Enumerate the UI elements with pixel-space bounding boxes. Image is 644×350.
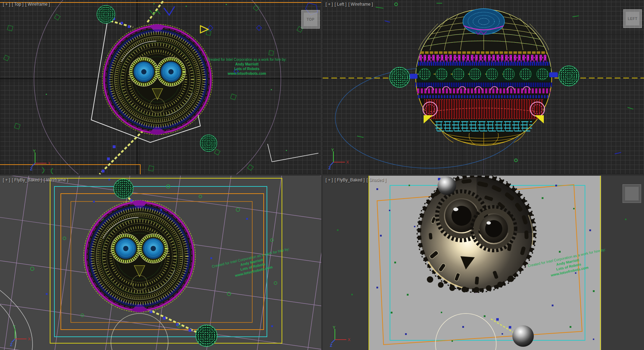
viewport-label: [ + ][ Top ][ Wireframe ]	[3, 2, 52, 7]
green-satellite-sphere-left[interactable]	[390, 67, 410, 87]
path-circle	[111, 313, 168, 350]
wireframe-owl-sphere[interactable]	[84, 200, 195, 312]
viewport-menu-pov[interactable]: [ Left ]	[335, 2, 346, 7]
green-satellite-sphere-top[interactable]	[97, 5, 115, 23]
arm-left	[410, 74, 418, 79]
viewcube-face-label: LEFT	[626, 12, 639, 25]
viewport-menu-general[interactable]: [ + ]	[3, 178, 10, 183]
viewport-menu-general[interactable]: [ + ]	[326, 2, 333, 7]
viewport-menu-shading[interactable]: [ Wireframe ]	[25, 2, 50, 7]
watermark-line: Andy Marriott	[200, 62, 293, 67]
viewport-menu-general[interactable]: [ + ]	[3, 2, 10, 7]
green-satellite-sphere-bottom[interactable]	[196, 325, 217, 346]
viewport-menu-general[interactable]: [ + ]	[326, 178, 333, 183]
green-satellite-sphere-right[interactable]	[559, 66, 579, 86]
axis-tripod	[10, 325, 31, 347]
axis-tripod	[330, 325, 351, 347]
watermark-line: Lots of Robots	[200, 67, 293, 71]
scene-left-view	[323, 0, 644, 174]
watermark-line: Created for Intel Corporation as a work …	[200, 57, 293, 62]
viewport-top[interactable]: [ + ][ Top ][ Wireframe ] Created for In…	[0, 0, 321, 174]
viewport-flyby-wireframe[interactable]: [ + ][ FlyBy_Baked ][ Wireframe ] Create…	[0, 176, 321, 350]
top-dome	[463, 9, 504, 34]
viewcube-icon[interactable]: TOP	[301, 10, 320, 29]
viewport-label: [ + ][ FlyBy_Baked ][ Wireframe ]	[3, 178, 70, 183]
viewport-label: [ + ][ Left ][ Wireframe ]	[326, 2, 375, 7]
viewport-label: [ + ][ FlyBy_Baked ][ Shaded ]	[326, 178, 388, 183]
watermark-line: www.lotsofrobots.com	[200, 71, 293, 76]
viewcube-icon[interactable]: LEFT	[623, 9, 642, 28]
viewcube-face-label: TOP	[304, 13, 317, 26]
viewcube-face-label	[625, 187, 639, 200]
shaded-satellite-sphere-top[interactable]	[438, 176, 456, 195]
viewport-menu-pov[interactable]: [ FlyBy_Baked ]	[335, 178, 365, 183]
scene-top-view	[0, 0, 321, 174]
viewport-left[interactable]: [ + ][ Left ][ Wireframe ] LEFT	[323, 0, 644, 174]
wireframe-owl-sphere[interactable]	[102, 24, 213, 135]
watermark-text: Created for Intel Corporation as a work …	[200, 57, 293, 76]
viewport-flyby-shaded[interactable]: [ + ][ FlyBy_Baked ][ Shaded ] Created f…	[323, 176, 644, 350]
axis-tripod	[30, 149, 51, 171]
viewport-menu-pov[interactable]: [ FlyBy_Baked ]	[12, 178, 42, 183]
wireframe-sphere-left-view[interactable]	[415, 9, 552, 146]
axis-tripod	[328, 148, 349, 170]
viewcube-icon[interactable]	[623, 184, 641, 203]
viewport-quad-layout: [ + ][ Top ][ Wireframe ] Created for In…	[0, 0, 644, 350]
arm-right	[549, 72, 558, 77]
viewport-menu-pov[interactable]: [ Top ]	[12, 2, 23, 7]
green-satellite-sphere-top[interactable]	[114, 179, 133, 198]
shaded-satellite-sphere-bottom[interactable]	[512, 325, 534, 347]
viewport-menu-shading[interactable]: [ Wireframe ]	[44, 178, 68, 183]
eye-gear-right	[473, 208, 514, 249]
viewport-menu-shading[interactable]: [ Shaded ]	[366, 178, 386, 183]
viewport-menu-shading[interactable]: [ Wireframe ]	[348, 2, 373, 7]
green-satellite-sphere-bottom[interactable]	[200, 135, 217, 152]
